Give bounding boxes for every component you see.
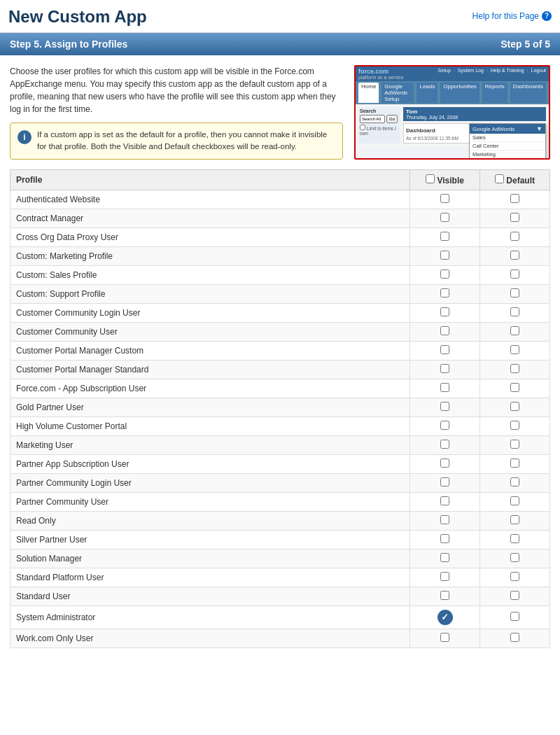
default-checkbox[interactable] [510, 440, 519, 449]
default-checkbox[interactable] [510, 213, 519, 222]
visible-checkbox[interactable] [440, 591, 449, 600]
default-checkbox[interactable] [510, 591, 519, 600]
default-checkbox[interactable] [510, 612, 519, 621]
info-box: i If a custom app is set as the default … [10, 122, 343, 160]
visible-checkbox[interactable] [440, 421, 449, 430]
checked-icon[interactable]: ✓ [438, 610, 453, 625]
main-content: Choose the user profiles for which this … [0, 55, 560, 169]
default-checkbox[interactable] [510, 383, 519, 392]
sf-dashboard-area: Dashboard Refresh Customize Page As of 6… [403, 123, 546, 144]
sf-menu-item-callcenter[interactable]: Call Center [470, 142, 545, 150]
sf-tab-opps[interactable]: Opportunities [440, 83, 479, 103]
default-header-checkbox[interactable] [495, 174, 504, 183]
sf-menu-item-sales[interactable]: Sales [470, 134, 545, 142]
visible-checkbox[interactable] [440, 213, 449, 222]
table-row: Standard Platform User [10, 568, 550, 587]
sf-search-button[interactable]: Go [386, 115, 398, 123]
info-icon: i [18, 130, 31, 144]
default-checkbox[interactable] [510, 251, 519, 260]
visible-checkbox[interactable] [440, 307, 449, 316]
sf-menu-item-adwords[interactable]: Google AdWords [470, 159, 545, 160]
sf-tab-home[interactable]: Home [358, 83, 379, 103]
visible-checkbox[interactable] [440, 572, 449, 581]
help-icon: ? [542, 11, 552, 21]
profile-name: Contract Manager [10, 209, 410, 227]
default-checkbox[interactable] [510, 326, 519, 335]
profile-name: Custom: Sales Profile [10, 265, 410, 284]
visible-header-checkbox[interactable] [426, 174, 435, 183]
visible-checkbox[interactable] [440, 270, 449, 279]
profile-name: High Volume Customer Portal [10, 416, 410, 435]
visible-checkbox[interactable] [440, 194, 449, 203]
visible-checkbox[interactable] [440, 458, 449, 468]
table-row: Force.com - App Subscription User [10, 379, 550, 398]
visible-checkbox[interactable] [440, 553, 449, 562]
visible-checkbox[interactable] [440, 515, 449, 524]
default-checkbox[interactable] [510, 458, 519, 468]
sf-search-input[interactable] [360, 115, 385, 123]
default-checkbox[interactable] [510, 345, 519, 354]
table-row: Customer Portal Manager Standard [10, 360, 550, 379]
help-link[interactable]: Help for this Page ? [472, 7, 552, 21]
table-row: Read Only [10, 511, 550, 530]
visible-checkbox[interactable] [440, 364, 449, 373]
profile-name: Marketing User [10, 435, 410, 454]
visible-checkbox[interactable] [440, 251, 449, 260]
visible-cell [410, 190, 480, 209]
default-checkbox[interactable] [510, 572, 519, 581]
default-checkbox[interactable] [510, 270, 519, 279]
default-cell [480, 322, 550, 341]
visible-checkbox[interactable] [440, 345, 449, 354]
visible-checkbox[interactable] [440, 288, 449, 298]
visible-checkbox[interactable] [440, 440, 449, 449]
visible-checkbox[interactable] [440, 496, 449, 505]
table-row: Contract Manager [10, 209, 550, 227]
default-checkbox[interactable] [510, 288, 519, 298]
default-checkbox[interactable] [510, 421, 519, 430]
visible-cell [410, 303, 480, 322]
default-checkbox[interactable] [510, 232, 519, 241]
visible-checkbox[interactable] [440, 326, 449, 335]
visible-cell [410, 265, 480, 284]
visible-checkbox[interactable] [440, 633, 449, 642]
visible-cell [410, 587, 480, 606]
profile-name: Customer Portal Manager Custom [10, 341, 410, 360]
col-header-default: Default [480, 169, 550, 190]
sf-tab-reports[interactable]: Reports [482, 83, 507, 103]
visible-checkbox[interactable] [440, 477, 449, 486]
profile-name: System Administrator [10, 606, 410, 629]
default-checkbox[interactable] [510, 402, 519, 411]
default-checkbox[interactable] [510, 534, 519, 543]
visible-cell [410, 629, 480, 648]
visible-checkbox[interactable] [440, 383, 449, 392]
visible-checkbox[interactable] [440, 232, 449, 241]
sf-tab-leads[interactable]: Leads [416, 83, 438, 103]
sf-limit-checkbox[interactable] [360, 125, 365, 130]
default-checkbox[interactable] [510, 364, 519, 373]
visible-cell [410, 530, 480, 549]
visible-checkbox[interactable] [440, 534, 449, 543]
visible-cell [410, 454, 480, 473]
default-checkbox[interactable] [510, 194, 519, 203]
visible-cell [410, 568, 480, 587]
visible-checkbox[interactable] [440, 402, 449, 411]
default-checkbox[interactable] [510, 477, 519, 486]
profile-name: Cross Org Data Proxy User [10, 227, 410, 246]
step-title: Step 5. Assign to Profiles [10, 38, 127, 50]
sf-menu-item-marketing[interactable]: Marketing [470, 150, 545, 159]
step-counter: Step 5 of 5 [500, 38, 550, 50]
default-checkbox[interactable] [510, 553, 519, 562]
table-row: Gold Partner User [10, 398, 550, 416]
default-checkbox[interactable] [510, 515, 519, 524]
table-row: Custom: Support Profile [10, 284, 550, 303]
sf-tab-dash[interactable]: Dashboards [510, 83, 546, 103]
table-section: Profile Visible Default Authenticated We… [0, 169, 560, 662]
profile-name: Custom: Marketing Profile [10, 246, 410, 265]
sf-body: Search Go Limit to items I own Tom Thurs… [356, 104, 549, 146]
default-checkbox[interactable] [510, 633, 519, 642]
page-header: New Custom App Help for this Page ? [0, 0, 560, 33]
default-checkbox[interactable] [510, 307, 519, 316]
profile-name: Solution Manager [10, 549, 410, 568]
default-checkbox[interactable] [510, 496, 519, 505]
sf-tab-adwords[interactable]: Google AdWords Setup [382, 83, 414, 103]
